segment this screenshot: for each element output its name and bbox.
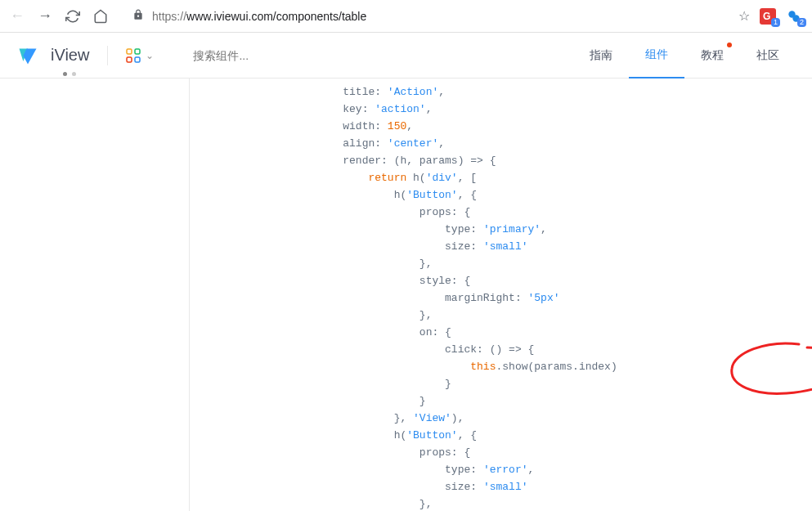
url-bar[interactable]: https://www.iviewui.com/components/table: [124, 9, 722, 23]
nav-tutorials-badge: [727, 43, 732, 47]
page-body: title: 'Action', key: 'action', width: 1…: [0, 78, 812, 511]
star-icon[interactable]: ☆: [738, 8, 750, 24]
svg-rect-5: [135, 57, 140, 62]
extension-1-badge: 1: [771, 18, 780, 27]
nav-links: 指南 组件 教程 社区: [573, 33, 796, 78]
toolbar-right: ☆ G 1 2: [738, 8, 802, 25]
search-section: [193, 48, 573, 63]
svg-rect-4: [127, 57, 132, 62]
lock-icon: [132, 9, 144, 23]
content: title: 'Action', key: 'action', width: 1…: [190, 78, 812, 511]
forward-icon[interactable]: →: [38, 9, 52, 24]
svg-rect-2: [127, 49, 132, 54]
dot-2[interactable]: [72, 72, 76, 76]
page-header: iView ⌄ 指南 组件 教程 社区: [0, 33, 812, 78]
browser-nav-icons: ← →: [10, 9, 108, 24]
logo-section[interactable]: iView: [16, 44, 89, 67]
extension-2-icon[interactable]: 2: [786, 8, 802, 25]
search-input[interactable]: [193, 49, 357, 62]
reload-icon[interactable]: [65, 9, 80, 24]
svg-rect-3: [135, 49, 140, 54]
back-icon[interactable]: ←: [10, 9, 25, 24]
nav-community[interactable]: 社区: [740, 33, 796, 78]
nav-components[interactable]: 组件: [629, 33, 684, 78]
nav-tutorials[interactable]: 教程: [684, 33, 740, 78]
url-text: https://www.iviewui.com/components/table: [152, 10, 366, 23]
apps-icon: [126, 48, 141, 63]
home-icon[interactable]: [93, 9, 108, 24]
logo-text: iView: [51, 46, 89, 65]
code-block: title: 'Action', key: 'action', width: 1…: [190, 78, 812, 511]
chevron-down-icon: ⌄: [146, 50, 154, 61]
dot-1[interactable]: [63, 72, 67, 76]
apps-dropdown[interactable]: ⌄: [126, 48, 154, 63]
sidebar: [0, 78, 190, 511]
extension-2-badge: 2: [797, 18, 806, 27]
carousel-dots: [63, 72, 76, 76]
header-divider: [107, 46, 108, 65]
browser-toolbar: ← → https://www.iviewui.com/components/t…: [0, 0, 812, 33]
logo-icon: [16, 44, 39, 67]
extension-1-icon[interactable]: G 1: [760, 8, 776, 25]
nav-guide[interactable]: 指南: [573, 33, 629, 78]
